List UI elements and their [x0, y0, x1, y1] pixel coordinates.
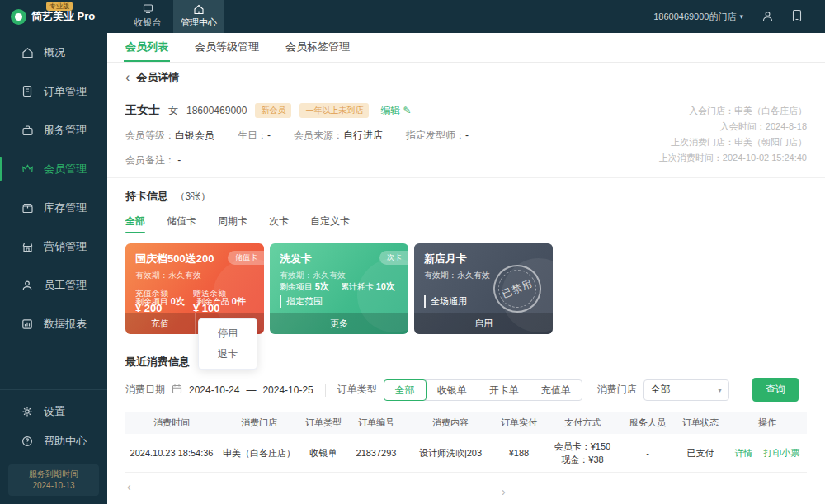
cards-section-title: 持卡信息 （3张）	[125, 188, 807, 204]
cell-time: 2024.10.23 18:54:36	[125, 434, 218, 472]
scroll-right-icon[interactable]: ›	[502, 485, 506, 504]
print-receipt-link[interactable]: 打印小票	[764, 448, 800, 458]
cell-store: 申美（白各庄店）	[218, 434, 300, 472]
member-source: 自行进店	[343, 130, 383, 141]
service-expiry-date: 2024-10-13	[8, 480, 99, 492]
search-button[interactable]: 查询	[752, 378, 799, 402]
card-scope: 指定范围	[280, 295, 323, 308]
sidebar-item-marketing[interactable]: 营销管理	[0, 227, 107, 266]
date-from[interactable]: 2024-10-24	[189, 384, 239, 396]
member-badge-new: 新会员	[255, 103, 291, 118]
menu-item-disable[interactable]: 停用	[199, 323, 257, 344]
card-name: 新店月卡	[424, 252, 543, 266]
brand-area: 简艺美业 Pro 专业版	[0, 0, 107, 33]
main-content: 会员列表 会员等级管理 会员标签管理 ‹ 会员详情 王女士 女 18600469…	[107, 33, 825, 504]
sidebar-item-services[interactable]: 服务管理	[0, 111, 107, 149]
detail-link[interactable]: 详情	[734, 448, 752, 458]
sidebar-item-members[interactable]: 会员管理	[0, 149, 107, 188]
order-type-all[interactable]: 全部	[384, 379, 427, 401]
tab-member-list[interactable]: 会员列表	[125, 40, 168, 62]
last-consume-time: 上次消费时间：2024-10-02 15:24:40	[659, 150, 807, 166]
chevron-down-icon: ▾	[718, 386, 722, 394]
service-expiry-label: 服务到期时间	[8, 469, 99, 480]
recharge-button[interactable]: 充值	[125, 313, 195, 334]
person-icon	[21, 279, 34, 292]
sidebar-item-inventory[interactable]: 库存管理	[0, 188, 107, 227]
cell-status: 已支付	[673, 434, 728, 472]
order-type-label: 订单类型	[337, 383, 377, 397]
card-tab-times[interactable]: 次卡	[269, 214, 289, 233]
home-icon	[193, 4, 205, 15]
topbar: 简艺美业 Pro 专业版 收银台 管理中心 18600469000的门店 ▾	[0, 0, 825, 33]
member-module-tabs: 会员列表 会员等级管理 会员标签管理	[107, 33, 825, 63]
divider	[0, 389, 107, 390]
store-filter-select[interactable]: 全部 ▾	[644, 379, 729, 401]
sidebar-item-reports[interactable]: 数据报表	[0, 304, 107, 343]
card-validity: 有效期：永久有效	[135, 270, 254, 281]
card-tab-custom[interactable]: 自定义卡	[310, 214, 350, 233]
sidebar-item-help[interactable]: 帮助中心	[0, 426, 107, 456]
table-header-row: 消费时间 消费门店 订单类型 订单编号 消费内容 订单实付 支付方式 服务人员 …	[125, 412, 807, 434]
edit-member-button[interactable]: 编辑 ✎	[380, 104, 411, 118]
service-expiry-box: 服务到期时间 2024-10-13	[8, 464, 99, 496]
order-type-segmented: 全部 收银单 开卡单 充值单	[384, 379, 582, 401]
cell-actions: 详情 打印小票	[728, 434, 807, 472]
question-icon	[21, 435, 34, 448]
mobile-app-icon[interactable]	[792, 9, 802, 24]
order-type-recharge[interactable]: 充值单	[530, 380, 582, 400]
member-phone: 18600469000	[186, 105, 247, 116]
card-more-dropdown: 停用 退卡	[198, 318, 257, 370]
enable-button[interactable]: 启用	[414, 313, 553, 334]
cell-staff: -	[622, 434, 673, 472]
box-icon	[21, 201, 34, 214]
pencil-icon: ✎	[403, 105, 411, 116]
breadcrumb: ‹ 会员详情	[107, 63, 825, 92]
card-type-badge: 次卡	[380, 251, 408, 265]
sidebar-footer: 设置 帮助中心 服务到期时间 2024-10-13	[0, 389, 107, 504]
order-type-cashier[interactable]: 收银单	[426, 380, 478, 400]
store-filter-label: 消费门店	[597, 383, 637, 397]
cell-payment: 会员卡：¥150 现金：¥38	[543, 434, 622, 472]
storefront-icon	[21, 240, 34, 253]
sidebar-item-settings[interactable]: 设置	[0, 397, 107, 426]
join-store: 入会门店：申美（白各庄店）	[659, 103, 807, 119]
field-label: 生日：	[238, 130, 267, 141]
consumption-filters: 消费日期 2024-10-24 — 2024-10-25 订单类型 全部 收银单…	[125, 378, 807, 402]
table-row: 2024.10.23 18:54:36 申美（白各庄店） 收银单 2183729…	[125, 434, 807, 472]
back-icon[interactable]: ‹	[125, 71, 130, 84]
last-consume-store: 上次消费门店：申美（朝阳门店）	[659, 134, 807, 150]
sidebar-item-staff[interactable]: 员工管理	[0, 266, 107, 304]
scroll-left-icon[interactable]: ‹	[127, 480, 131, 504]
more-button[interactable]: 更多	[270, 313, 408, 334]
order-type-open-card[interactable]: 开卡单	[478, 380, 530, 400]
sidebar-item-orders[interactable]: 订单管理	[0, 72, 107, 111]
nav-cashier[interactable]: 收银台	[122, 0, 173, 33]
date-range-picker[interactable]: 2024-10-24 — 2024-10-25	[172, 384, 314, 397]
sidebar-item-overview[interactable]: 概况	[0, 33, 107, 72]
account-icon[interactable]	[761, 10, 774, 24]
date-to[interactable]: 2024-10-25	[262, 384, 313, 396]
brand-name: 简艺美业 Pro	[31, 9, 95, 24]
date-separator: —	[246, 384, 256, 396]
card-remaining: 剩余项目 0次 剩余产品 0件	[135, 295, 256, 308]
store-selector[interactable]: 18600469000的门店 ▾	[653, 11, 743, 23]
sidebar: 概况 订单管理 服务管理 会员管理 库存管理 营销管理 员工管理 数据报表	[0, 33, 107, 504]
plan-badge: 专业版	[46, 2, 73, 11]
card-tab-stored-value[interactable]: 储值卡	[167, 214, 196, 233]
card-scope: 全场通用	[424, 295, 467, 308]
consumption-table: 消费时间 消费门店 订单类型 订单编号 消费内容 订单实付 支付方式 服务人员 …	[125, 412, 807, 473]
tab-member-labels[interactable]: 会员标签管理	[285, 40, 350, 62]
cell-order-no: 21837293	[346, 434, 406, 472]
tab-member-levels[interactable]: 会员等级管理	[195, 40, 259, 62]
card-tab-all[interactable]: 全部	[125, 214, 145, 233]
member-stylist: -	[465, 130, 469, 141]
join-time: 入会时间：2024-8-18	[659, 119, 807, 134]
nav-admin-center[interactable]: 管理中心	[173, 0, 224, 33]
member-info-section: 王女士 女 18600469000 新会员 一年以上未到店 编辑 ✎ 会员等级：…	[107, 92, 825, 178]
card-times: 次卡 洗发卡 有效期：永久有效 剩余项目 5次 累计耗卡 10次 指定范围 更多	[270, 243, 408, 334]
member-store-info: 入会门店：申美（白各庄店） 入会时间：2024-8-18 上次消费门店：申美（朝…	[659, 103, 807, 166]
member-birthday: -	[267, 130, 271, 141]
member-name: 王女士	[125, 103, 160, 118]
card-tab-period[interactable]: 周期卡	[218, 214, 248, 233]
menu-item-refund-card[interactable]: 退卡	[199, 344, 257, 365]
